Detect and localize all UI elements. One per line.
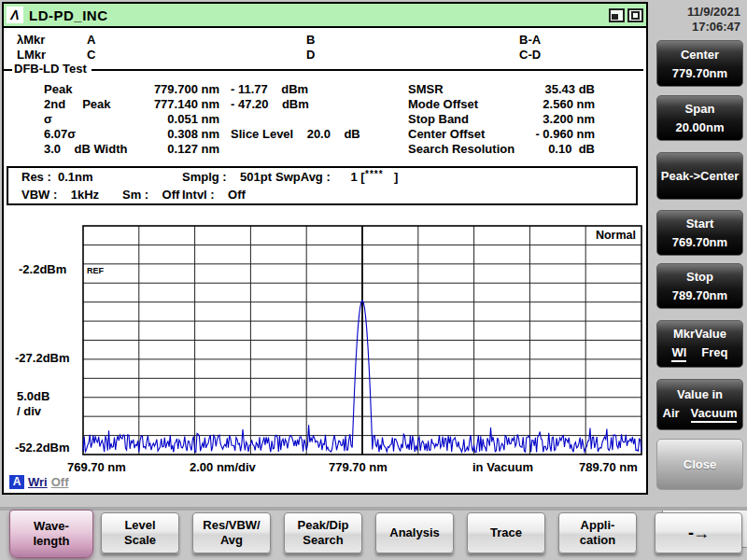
settings-field: Sm : Off xyxy=(122,188,179,202)
sweep-settings-box: Res : 0.1nmSmplg : 501ptSwpAvg : 1 [****… xyxy=(7,166,638,205)
stop-button[interactable]: Stop 789.70nm xyxy=(656,263,743,309)
param-row: σ 0.051 nm Stop Band 3.200 nm xyxy=(4,112,646,127)
param-row: 2nd Peak 777.140 nm - 47.20 dBm Mode Off… xyxy=(4,97,646,112)
tab-application[interactable]: Appli-cation xyxy=(558,512,637,553)
x-axis-start: 769.70 nm xyxy=(67,460,126,474)
tab-peak-dip-search[interactable]: Peak/DipSearch xyxy=(284,512,362,553)
settings-field: Res : 0.1nm xyxy=(21,170,93,184)
y-axis-per-div: 5.0dB xyxy=(17,389,49,403)
y-axis-bottom-level: -52.2dBm xyxy=(15,441,70,455)
y-axis-ref-level: -2.2dBm xyxy=(19,262,66,276)
tab-wavelength[interactable]: Wave-length xyxy=(9,510,93,558)
wavelength-marker-label: λMkr xyxy=(17,33,45,47)
peak-to-center-button[interactable]: Peak->Center xyxy=(656,152,743,200)
marker-b: B xyxy=(306,33,315,47)
y-axis-mid-level: -27.2dBm xyxy=(15,351,70,365)
menu-divider xyxy=(0,507,747,511)
analyzer-window: Λ LD-PD_INC λMkr A B B-A LMkr C D C-D DF… xyxy=(2,2,648,495)
param-row: 6.07σ 0.308 nm Slice Level 20.0 dB Cente… xyxy=(4,127,646,142)
x-axis-per-div: 2.00 nm/div xyxy=(190,460,256,474)
marker-a: A xyxy=(87,33,95,47)
marker-value-freq-option[interactable]: Freq xyxy=(701,345,727,362)
marker-c: C xyxy=(87,48,95,62)
svg-text:REF: REF xyxy=(87,266,105,275)
param-row: 3.0 dB Width 0.127 nm Search Resolution … xyxy=(4,142,646,157)
svg-text:Normal: Normal xyxy=(596,229,636,242)
span-button[interactable]: Span 20.00nm xyxy=(656,95,743,141)
title-bar: Λ LD-PD_INC xyxy=(4,4,646,28)
analysis-section-header: DFB-LD Test xyxy=(4,63,643,76)
y-axis-per-div-2: / div xyxy=(17,404,41,418)
date-text: 11/9/2021 xyxy=(687,5,740,20)
marker-value-wl-option[interactable]: Wl xyxy=(671,345,686,362)
spectrum-chart: NormalREF xyxy=(82,225,642,455)
marker-c-d: C-D xyxy=(519,48,541,62)
x-axis-center: 779.70 nm xyxy=(329,460,388,474)
x-axis-stop: 789.70 nm xyxy=(579,460,638,474)
value-in-toggle[interactable]: Value in Air Vacuum xyxy=(656,379,743,430)
marker-b-a: B-A xyxy=(519,33,541,47)
maximize-icon[interactable] xyxy=(627,8,643,22)
section-title: DFB-LD Test xyxy=(12,62,92,76)
settings-field: ] xyxy=(394,170,398,184)
trace-a-badge: A xyxy=(9,475,24,489)
tab-analysis[interactable]: Analysis xyxy=(375,512,454,553)
tab-level-scale[interactable]: LevelScale xyxy=(101,512,179,553)
settings-field: SwpAvg : 1 [ xyxy=(275,170,365,184)
settings-field: Smplg : 501pt xyxy=(182,170,272,184)
settings-row-2: VBW : 1kHzSm : OffIntvl : Off xyxy=(16,188,634,204)
start-button[interactable]: Start 769.70nm xyxy=(656,210,743,256)
settings-field: VBW : 1kHz xyxy=(21,188,99,202)
settings-field: **** xyxy=(365,169,384,179)
param-row: Peak 779.700 nm - 11.77 dBm SMSR 35.43 d… xyxy=(4,82,646,97)
close-button[interactable]: Close xyxy=(656,439,743,490)
tab-res-vbw-avg[interactable]: Res/VBW/Avg xyxy=(192,512,271,553)
marker-d: D xyxy=(306,48,315,62)
settings-row-1: Res : 0.1nmSmplg : 501ptSwpAvg : 1 [****… xyxy=(16,170,634,187)
marker-value-toggle[interactable]: MkrValue Wl Freq xyxy=(656,320,743,368)
level-marker-label: LMkr xyxy=(17,48,46,62)
more-menus-arrow-button[interactable]: -→ xyxy=(655,512,742,553)
arrow-icon: -→ xyxy=(688,525,709,540)
x-axis-medium: in Vacuum xyxy=(472,460,533,474)
time-text: 17:06:47 xyxy=(687,20,740,35)
value-in-vacuum-option[interactable]: Vacuum xyxy=(691,406,738,423)
center-button[interactable]: Center 779.70nm xyxy=(656,40,743,87)
app-logo-icon: Λ xyxy=(7,7,23,23)
datetime-display: 11/9/2021 17:06:47 xyxy=(687,5,740,35)
trace-off-state: Off xyxy=(51,475,69,489)
tab-trace[interactable]: Trace xyxy=(467,512,545,553)
window-title: LD-PD_INC xyxy=(29,7,108,23)
trace-status: A Wri Off xyxy=(9,475,69,489)
trace-write-mode: Wri xyxy=(28,475,48,489)
value-in-air-option[interactable]: Air xyxy=(663,406,680,423)
settings-field: Intvl : Off xyxy=(182,188,246,202)
minimize-icon[interactable] xyxy=(609,8,625,22)
